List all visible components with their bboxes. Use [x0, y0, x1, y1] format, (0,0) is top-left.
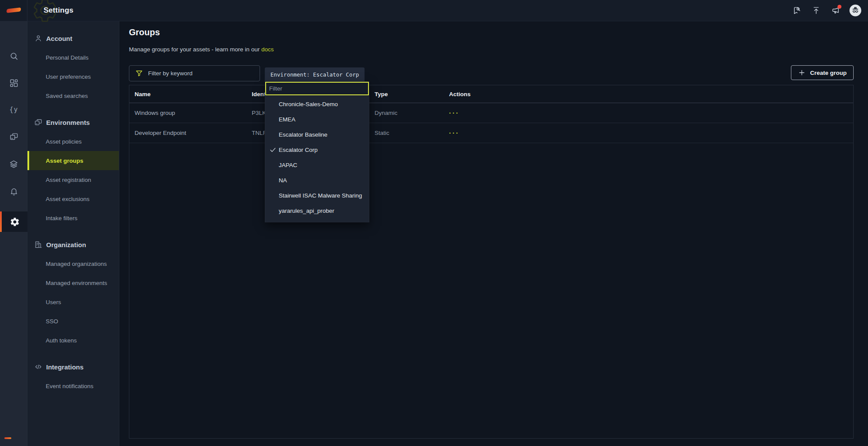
sidebar-item-users[interactable]: Users [27, 292, 119, 312]
sidebar-item-personal-details[interactable]: Personal Details [27, 48, 119, 67]
create-group-label: Create group [810, 70, 847, 76]
dashboard-icon [9, 78, 19, 88]
dropdown-option-yararules-api-prober[interactable]: yararules_api_prober [265, 203, 369, 218]
dropdown-option-na[interactable]: NA [265, 173, 369, 188]
upload-icon [811, 6, 821, 15]
sidebar-header-organization: Organization [27, 235, 119, 254]
create-group-button[interactable]: Create group [791, 65, 854, 80]
sidebar-section-organization: Organization Managed organizations Manag… [27, 235, 119, 350]
bookmark-search-icon [792, 6, 801, 15]
person-icon [34, 34, 43, 43]
avatar-incognito-icon [849, 4, 861, 17]
sidebar-item-managed-environments[interactable]: Managed environments [27, 273, 119, 292]
environment-chip[interactable]: Environment: Escalator Corp [265, 67, 365, 82]
group-type: Dynamic [375, 110, 449, 116]
account-avatar[interactable] [847, 2, 864, 19]
group-type: Static [375, 130, 449, 136]
keyword-filter [129, 65, 260, 81]
table-row[interactable]: Windows group P3LK Dynamic ··· [129, 103, 853, 123]
option-label: Chronicle-Sales-Demo [279, 101, 338, 107]
upload-button[interactable] [808, 2, 824, 19]
search-icon [9, 51, 19, 61]
row-actions-menu[interactable]: ··· [449, 129, 853, 137]
docs-link[interactable]: docs [261, 46, 274, 53]
section-title: Organization [46, 241, 86, 248]
logo-swoosh-icon [6, 7, 21, 13]
settings-sidebar: Account Personal Details User preference… [27, 21, 119, 446]
topbar-actions [788, 0, 864, 21]
plus-icon [798, 69, 806, 77]
environment-chip-label: Environment: [270, 71, 313, 78]
main-content: Groups Manage groups for your assets - l… [119, 21, 868, 446]
sidebar-item-asset-registration[interactable]: Asset registration [27, 170, 119, 189]
sidebar-item-asset-groups[interactable]: Asset groups [27, 151, 119, 170]
table-row[interactable]: Developer Endpoint TNLF Static ··· [129, 123, 853, 143]
rail-collections-button[interactable] [0, 154, 27, 174]
dropdown-options-list: Chronicle-Sales-Demo EMEA Escalator Base… [265, 95, 369, 222]
funnel-icon [135, 69, 143, 77]
section-title: Environments [46, 119, 90, 126]
announcements-button[interactable] [827, 2, 844, 19]
option-label: Escalator Corp [279, 147, 317, 153]
gear-icon [10, 217, 20, 227]
sidebar-section-account: Account Personal Details User preference… [27, 29, 119, 105]
groups-table: Name Identifier Type Actions Windows gro… [129, 85, 854, 439]
app-logo[interactable] [0, 0, 27, 21]
dropdown-option-japac[interactable]: JAPAC [265, 158, 369, 173]
section-title: Integrations [46, 363, 84, 371]
dropdown-option-escalator-corp[interactable]: Escalator Corp [265, 142, 369, 158]
dropdown-option-emea[interactable]: EMEA [265, 112, 369, 127]
column-header-name: Name [135, 91, 252, 97]
icon-rail: {y [0, 21, 27, 446]
sidebar-item-asset-exclusions[interactable]: Asset exclusions [27, 189, 119, 208]
group-name: Developer Endpoint [135, 130, 252, 136]
rail-dashboard-button[interactable] [0, 74, 27, 93]
devices-icon [34, 118, 43, 127]
option-label: Escalator Baseline [279, 131, 328, 138]
sidebar-item-user-preferences[interactable]: User preferences [27, 67, 119, 86]
code-icon [34, 362, 43, 371]
rail-search-button[interactable] [0, 47, 27, 66]
option-label: yararules_api_prober [279, 208, 334, 214]
sidebar-item-event-notifications[interactable]: Event notifications [27, 376, 119, 396]
environment-chip-value: Escalator Corp [313, 71, 359, 78]
column-header-type: Type [375, 91, 449, 97]
sidebar-header-integrations: Integrations [27, 357, 119, 376]
sidebar-item-intake-filters[interactable]: Intake filters [27, 208, 119, 228]
dropdown-filter-input[interactable] [265, 82, 369, 95]
section-title: Account [46, 35, 72, 42]
row-actions-menu[interactable]: ··· [449, 109, 853, 117]
dropdown-option-chronicle-sales-demo[interactable]: Chronicle-Sales-Demo [265, 97, 369, 112]
sidebar-item-managed-organizations[interactable]: Managed organizations [27, 254, 119, 273]
dropdown-option-escalator-baseline[interactable]: Escalator Baseline [265, 127, 369, 142]
sidebar-header-environments: Environments [27, 113, 119, 132]
saved-searches-button[interactable] [788, 2, 805, 19]
rail-notifications-button[interactable] [0, 182, 27, 201]
topbar: Settings [0, 0, 868, 21]
option-label: NA [279, 177, 287, 184]
column-header-actions: Actions [449, 91, 853, 97]
group-name: Windows group [135, 110, 252, 116]
page-title: Groups [129, 26, 160, 38]
option-label: JAPAC [279, 162, 297, 168]
rail-assets-button[interactable] [0, 127, 27, 146]
table-header-row: Name Identifier Type Actions [129, 85, 853, 103]
sidebar-item-auth-tokens[interactable]: Auth tokens [27, 331, 119, 350]
bell-icon [9, 187, 19, 197]
subtitle-text: Manage groups for your assets - learn mo… [129, 46, 261, 53]
rail-settings-button[interactable] [0, 211, 27, 232]
sidebar-section-environments: Environments Asset policies Asset groups… [27, 113, 119, 228]
rail-logo-swoosh-icon [4, 437, 11, 439]
dropdown-option-stairwell-isac[interactable]: Stairwell ISAC Malware Sharing [265, 188, 369, 203]
keyword-filter-input[interactable] [143, 70, 260, 77]
option-label: EMEA [279, 116, 295, 123]
sidebar-item-saved-searches[interactable]: Saved searches [27, 86, 119, 105]
rail-yara-rules-button[interactable]: {y [0, 100, 27, 119]
yara-rules-icon: {y [9, 106, 18, 114]
notification-dot [838, 5, 841, 9]
page-header-title: Settings [44, 0, 74, 21]
sidebar-item-asset-policies[interactable]: Asset policies [27, 132, 119, 151]
sidebar-item-sso[interactable]: SSO [27, 312, 119, 331]
sidebar-header-account: Account [27, 29, 119, 48]
environment-dropdown: Chronicle-Sales-Demo EMEA Escalator Base… [265, 81, 369, 222]
